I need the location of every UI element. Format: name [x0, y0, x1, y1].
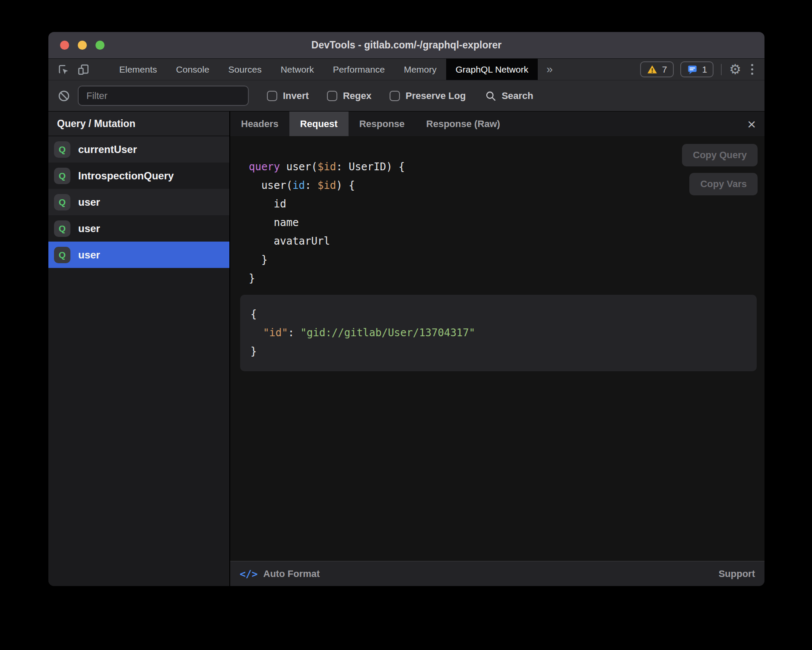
auto-format-button[interactable]: </> Auto Format: [240, 568, 320, 580]
devtools-tab-sources[interactable]: Sources: [219, 59, 271, 80]
panel-tab-headers[interactable]: Headers: [230, 112, 289, 136]
checkbox-label: Invert: [283, 90, 309, 102]
code-line: "id": "gid://gitlab/User/13704317": [251, 324, 746, 342]
search-icon: [485, 90, 497, 102]
filter-bar: InvertRegexPreserve Log Search: [48, 80, 764, 111]
query-list-item[interactable]: QcurrentUser: [48, 136, 229, 162]
window-title: DevTools - gitlab.com/-/graphql-explorer: [48, 39, 764, 51]
code-line: user(id: $id) {: [249, 176, 757, 195]
warnings-badge[interactable]: 7: [640, 61, 674, 77]
code-line: name: [249, 213, 757, 232]
panel-tab-response[interactable]: Response: [349, 112, 416, 136]
message-icon: [687, 64, 698, 75]
warning-count: 7: [662, 64, 667, 75]
query-sidebar: Query / Mutation QcurrentUserQIntrospect…: [48, 112, 230, 586]
panel-tabs: HeadersRequestResponseResponse (Raw) ×: [230, 112, 764, 136]
panel-tab-response-raw[interactable]: Response (Raw): [416, 112, 511, 136]
query-type-badge: Q: [54, 247, 70, 263]
maximize-window-button[interactable]: [95, 41, 105, 50]
toolbar-right: 7 1 ⚙: [640, 59, 764, 80]
issues-badge[interactable]: 1: [680, 61, 714, 77]
more-options-kebab-icon[interactable]: [748, 64, 757, 75]
chevron-double-right-icon: »: [546, 63, 552, 76]
issues-count: 1: [702, 64, 707, 75]
copy-buttons: Copy Query Copy Vars: [682, 144, 758, 195]
code-line: query user($id: UserID) {: [249, 158, 757, 176]
checkbox-box-regex[interactable]: [327, 91, 337, 101]
code-line: id: [249, 195, 757, 213]
query-type-badge: Q: [54, 194, 70, 210]
code-line: }: [249, 269, 757, 288]
checkbox-regex[interactable]: Regex: [327, 90, 371, 102]
devtools-window: DevTools - gitlab.com/-/graphql-explorer…: [48, 32, 764, 586]
code-line: }: [251, 342, 746, 361]
request-content: query user($id: UserID) { user(id: $id) …: [230, 136, 764, 561]
devtools-tab-graphql-network[interactable]: GraphQL Network: [446, 59, 538, 80]
auto-format-label: Auto Format: [263, 568, 320, 580]
support-link[interactable]: Support: [719, 568, 755, 580]
query-variables-code: { "id": "gid://gitlab/User/13704317"}: [251, 305, 746, 361]
devtools-toolbar: ElementsConsoleSourcesNetworkPerformance…: [48, 59, 764, 80]
clear-filter-icon[interactable]: [57, 89, 71, 103]
toolbar-right-separator: [721, 64, 722, 75]
code-line: {: [251, 305, 746, 324]
checkbox-box-preserve-log[interactable]: [390, 91, 400, 101]
query-type-badge: Q: [54, 141, 70, 158]
query-name-label: user: [78, 223, 100, 235]
title-bar: DevTools - gitlab.com/-/graphql-explorer: [48, 32, 764, 59]
devtools-tab-console[interactable]: Console: [167, 59, 219, 80]
query-name-label: user: [78, 196, 100, 208]
sidebar-header: Query / Mutation: [48, 112, 229, 136]
filter-input[interactable]: [78, 86, 249, 106]
query-name-label: user: [78, 249, 100, 261]
device-toolbar-icon[interactable]: [73, 59, 93, 80]
copy-query-button[interactable]: Copy Query: [682, 144, 758, 166]
checkbox-box-invert[interactable]: [267, 91, 277, 101]
main-area: Query / Mutation QcurrentUserQIntrospect…: [48, 111, 764, 586]
settings-gear-icon[interactable]: ⚙: [729, 63, 741, 76]
code-brackets-icon: </>: [240, 568, 258, 580]
traffic-lights: [60, 32, 105, 58]
panel-footer: </> Auto Format Support: [230, 561, 764, 586]
checkbox-invert[interactable]: Invert: [267, 90, 309, 102]
more-tabs-button[interactable]: »: [538, 59, 561, 80]
checkbox-label: Regex: [343, 90, 371, 102]
panel-tab-request[interactable]: Request: [289, 112, 349, 136]
devtools-tab-network[interactable]: Network: [271, 59, 324, 80]
panel-tabs-list: HeadersRequestResponseResponse (Raw): [230, 112, 511, 136]
query-list-item[interactable]: Quser: [48, 189, 229, 215]
graphql-query-code: query user($id: UserID) { user(id: $id) …: [240, 158, 757, 288]
checkbox-label: Preserve Log: [406, 90, 466, 102]
query-name-label: currentUser: [78, 143, 137, 156]
warning-icon: [647, 64, 658, 75]
toolbar-left-icons: [48, 59, 103, 80]
code-line: }: [249, 251, 757, 269]
copy-vars-button[interactable]: Copy Vars: [689, 173, 758, 195]
devtools-tabs: ElementsConsoleSourcesNetworkPerformance…: [110, 59, 538, 80]
filter-checkboxes: InvertRegexPreserve Log: [249, 90, 466, 102]
close-window-button[interactable]: [60, 41, 69, 50]
minimize-window-button[interactable]: [78, 41, 87, 50]
query-list-item[interactable]: Quser: [48, 215, 229, 242]
devtools-tab-elements[interactable]: Elements: [110, 59, 167, 80]
inspect-element-icon[interactable]: [54, 59, 73, 80]
checkbox-preserve-log[interactable]: Preserve Log: [390, 90, 466, 102]
search-control[interactable]: Search: [485, 90, 533, 102]
query-type-badge: Q: [54, 220, 70, 237]
query-name-label: IntrospectionQuery: [78, 170, 174, 182]
close-panel-icon[interactable]: ×: [747, 117, 756, 131]
search-label: Search: [501, 90, 533, 102]
code-line: avatarUrl: [249, 232, 757, 251]
query-list-item[interactable]: Quser: [48, 242, 229, 268]
query-type-badge: Q: [54, 168, 70, 184]
devtools-tab-performance[interactable]: Performance: [324, 59, 394, 80]
query-list-item[interactable]: QIntrospectionQuery: [48, 162, 229, 189]
query-variables-box: { "id": "gid://gitlab/User/13704317"}: [240, 295, 757, 371]
detail-panel: HeadersRequestResponseResponse (Raw) × q…: [230, 112, 764, 586]
devtools-tab-memory[interactable]: Memory: [394, 59, 446, 80]
query-list: QcurrentUserQIntrospectionQueryQuserQuse…: [48, 136, 229, 268]
